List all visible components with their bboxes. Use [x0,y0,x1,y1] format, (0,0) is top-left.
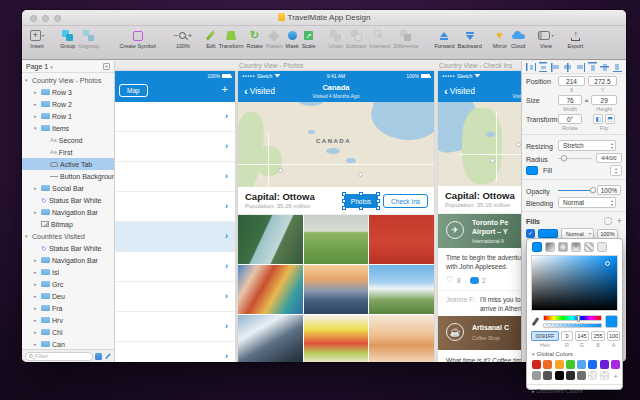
layer-row-countries-visited[interactable]: ▾Countries Visited [22,230,114,242]
layer-row-row-2[interactable]: ▸Row 2 [22,98,114,110]
global-color-swatch[interactable] [577,360,586,369]
selection-handle[interactable] [376,199,380,203]
country-list-row[interactable]: › [115,282,235,312]
country-list-row[interactable]: › [115,252,235,282]
add-country-button[interactable]: + [222,83,228,95]
selection-handle[interactable] [342,199,346,203]
toolbar-100--button[interactable]: −+100% [174,29,192,49]
disclosure-closed-icon[interactable]: ▸ [34,269,39,275]
checkin-card-airport[interactable]: ✈ Toronto Pe Airport – Y International A [438,214,521,248]
angular-gradient-fill-icon[interactable] [571,242,581,252]
like-icon[interactable]: ♡ [446,275,453,284]
hue-knob[interactable] [577,315,580,322]
global-color-swatch[interactable] [566,371,575,380]
alpha-slider[interactable] [543,323,602,328]
filter-input[interactable]: Filter [25,352,93,361]
disclosure-closed-icon[interactable]: ▸ [34,185,39,191]
disclosure-closed-icon[interactable]: ▸ [34,113,39,119]
opacity-field[interactable]: 100% [597,185,621,195]
fill-enabled-checkbox[interactable]: ✓ [526,229,535,238]
country-list-row[interactable]: › [115,342,235,362]
global-color-swatch[interactable] [611,360,620,369]
map-button[interactable]: Map [119,84,148,97]
radius-field[interactable]: 4/4/0/0 [596,153,622,163]
disclosure-closed-icon[interactable]: ▸ [34,329,39,335]
width-field[interactable]: 76 [558,95,582,105]
global-color-swatch[interactable] [600,360,609,369]
fill-color-swatch[interactable] [526,166,538,175]
eyedropper-icon[interactable] [531,316,540,328]
y-position-field[interactable]: 272.5 [588,76,617,86]
layer-row-social-bar[interactable]: ▸Social Bar [22,182,114,194]
artboard-label-checkins[interactable]: Country View - Check Ins [439,62,512,69]
align-top-icon[interactable] [588,62,598,72]
layer-row-row-3[interactable]: ▸Row 3 [22,86,114,98]
toolbar-flatten-button[interactable]: Flatten [266,29,283,49]
layer-row-hrv[interactable]: ▸Hrv [22,314,114,326]
toolbar-view-button[interactable]: ▾View [538,29,553,49]
layer-row-grc[interactable]: ▸Grc [22,278,114,290]
layer-row-items[interactable]: ▾Items [22,122,114,134]
pattern-fill-icon[interactable] [584,242,594,252]
blending-dropdown[interactable]: Normal▴▾ [558,197,616,208]
country-list-row[interactable]: › [115,222,235,252]
radial-gradient-fill-icon[interactable] [558,242,568,252]
rocky-peak-photo[interactable] [238,315,303,362]
transparent-color-swatch[interactable] [588,371,597,380]
green-field[interactable]: 145 [575,331,589,341]
page-selector[interactable]: Page 1 ▾ + [22,61,114,73]
layer-row-first[interactable]: AaFirst [22,146,114,158]
street-art-mural-photo[interactable] [238,265,303,314]
snowy-mountain-meadow-photo[interactable] [369,265,434,314]
selection-handle[interactable] [376,192,380,196]
country-list-row[interactable]: › [115,312,235,342]
artboard-countries-visited[interactable]: 100% Map + ››››››››› [115,71,235,362]
flip-vertical-button[interactable]: ⬒ [605,114,615,124]
global-color-swatch[interactable] [555,360,564,369]
align-middle-icon[interactable] [600,62,610,72]
global-color-swatch[interactable] [532,360,541,369]
disclosure-closed-icon[interactable]: ▸ [34,209,39,215]
solid-fill-icon[interactable] [532,242,542,252]
fill-stepper[interactable]: ▴▾ [610,165,622,176]
artboard-country-photos[interactable]: ●●●●● Sketch 9:41 AM 100% ‹Visited Canad… [238,71,434,362]
layer-row-active-tab[interactable]: Active Tab [22,158,114,170]
toolbar-backward-button[interactable]: Backward [458,29,482,49]
linear-gradient-fill-icon[interactable] [545,242,555,252]
toolbar-difference-button[interactable]: Difference [393,29,418,49]
red-wall-bicycle-photo[interactable] [369,215,434,264]
selection-handle[interactable] [342,192,346,196]
checkins-tab-button[interactable]: Check Ins [383,194,428,208]
global-colors-header[interactable]: ▾Global Colors [527,348,622,358]
toolbar-scale-button[interactable]: ↗Scale [302,29,316,49]
gear-icon[interactable] [604,217,612,225]
align-right-icon[interactable] [575,62,585,72]
disclosure-closed-icon[interactable]: ▸ [34,317,39,323]
barn-field-photo[interactable] [304,215,369,264]
disclosure-closed-icon[interactable]: ▸ [34,341,39,347]
new-group-icon[interactable] [95,353,102,360]
toolbar-subtract-button[interactable]: Subtract [346,29,366,49]
flip-horizontal-button[interactable]: ◧ [593,114,603,124]
add-color-button[interactable]: + [611,371,620,380]
alpha-field[interactable]: 100 [607,331,620,341]
macarons-photo[interactable] [304,315,369,362]
photos-tab-button[interactable]: Photos [344,194,378,208]
country-list-row[interactable]: › [115,162,235,192]
selection-handle[interactable] [342,206,346,210]
toolbar-transform-button[interactable]: Transform [219,29,244,49]
global-color-swatch[interactable] [543,360,552,369]
toolbar-mask-button[interactable]: Mask [286,29,299,49]
disclosure-closed-icon[interactable]: ▸ [34,281,39,287]
add-page-button[interactable]: + [103,63,110,70]
toolbar-union-button[interactable]: Union [328,29,342,49]
toolbar-mirror-button[interactable]: ♥Mirror [493,29,507,49]
disclosure-closed-icon[interactable]: ▸ [34,89,39,95]
toolbar-rotate-button[interactable]: ↻Rotate [247,29,263,49]
layer-row-second[interactable]: AaSecond [22,134,114,146]
toolbar-insert-button[interactable]: +▾Insert [30,29,44,49]
global-color-swatch[interactable] [543,371,552,380]
country-list-row[interactable]: › [115,132,235,162]
disclosure-open-icon[interactable]: ▾ [34,125,39,131]
x-position-field[interactable]: 214 [558,76,585,86]
